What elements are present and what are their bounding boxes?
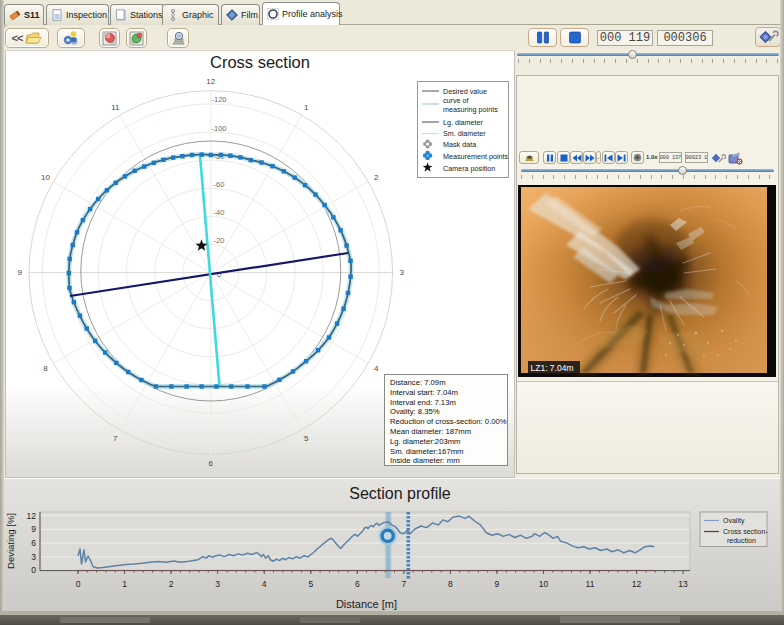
svg-text:Cross section-: Cross section- [723, 528, 768, 535]
svg-text:12: 12 [206, 77, 215, 86]
svg-text:Ovality: Ovality [723, 517, 745, 525]
svg-text:5: 5 [308, 579, 313, 589]
svg-text:Camera position: Camera position [443, 164, 495, 173]
svg-text:6: 6 [355, 579, 360, 589]
svg-text:10: 10 [539, 579, 549, 589]
svg-text:8: 8 [448, 579, 453, 589]
svg-text:-20: -20 [214, 236, 225, 245]
svg-text:9: 9 [31, 524, 36, 534]
svg-text:11: 11 [586, 579, 595, 589]
svg-text:6: 6 [31, 538, 36, 548]
svg-text:curve of: curve of [443, 96, 469, 105]
svg-text:3: 3 [215, 579, 220, 589]
svg-text:reduction: reduction [727, 537, 756, 544]
svg-text:6: 6 [209, 459, 214, 468]
svg-text:Measurement points: Measurement points [443, 152, 509, 161]
svg-text:-100: -100 [211, 124, 226, 133]
svg-text:4: 4 [374, 364, 379, 373]
svg-text:-40: -40 [214, 208, 225, 217]
svg-text:10: 10 [41, 173, 50, 182]
svg-text:0: 0 [217, 270, 221, 279]
svg-text:0: 0 [76, 579, 81, 589]
svg-text:1: 1 [304, 103, 309, 112]
svg-text:LZ1: 7.04m: LZ1: 7.04m [531, 363, 574, 373]
svg-text:12: 12 [27, 511, 37, 521]
svg-text:12: 12 [632, 579, 642, 589]
svg-text:2: 2 [374, 173, 379, 182]
svg-text:9: 9 [495, 579, 500, 589]
svg-text:11: 11 [111, 103, 120, 112]
svg-text:-120: -120 [211, 95, 226, 104]
svg-text:4: 4 [262, 579, 267, 589]
svg-text:0: 0 [31, 565, 36, 575]
svg-text:1: 1 [122, 579, 127, 589]
svg-text:Desired value: Desired value [443, 87, 487, 96]
svg-text:9: 9 [18, 268, 23, 277]
svg-text:Mask data: Mask data [443, 140, 476, 149]
svg-text:measuring points: measuring points [443, 105, 498, 114]
svg-text:7: 7 [401, 579, 406, 589]
svg-text:Deviating [%]: Deviating [%] [5, 513, 16, 569]
svg-text:5: 5 [304, 434, 309, 443]
svg-text:2: 2 [169, 579, 174, 589]
svg-text:7: 7 [113, 434, 118, 443]
svg-text:3: 3 [31, 552, 36, 562]
svg-text:Sm. diameter: Sm. diameter [443, 129, 486, 138]
svg-text:Lg. diameter: Lg. diameter [443, 118, 484, 127]
svg-text:8: 8 [43, 364, 48, 373]
svg-text:3: 3 [400, 268, 405, 277]
svg-text:Distance [m]: Distance [m] [336, 598, 397, 610]
svg-text:13: 13 [678, 579, 688, 589]
svg-text:-60: -60 [214, 180, 225, 189]
